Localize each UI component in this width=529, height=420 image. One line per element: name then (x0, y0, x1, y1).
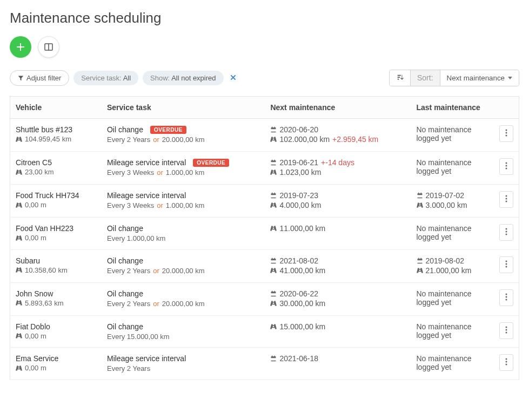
service-task-name: Oil change (107, 224, 143, 233)
next-date: 2020-06-22 (270, 289, 405, 298)
service-task-name: Mileage service interval (107, 354, 186, 363)
next-km: 11.000,00 km (270, 224, 405, 233)
overdue-badge: OVERDUE (150, 126, 186, 134)
last-date: 2019-07-02 (417, 191, 481, 200)
more-icon (505, 195, 507, 202)
road-icon (16, 300, 22, 306)
col-next: Next maintenance (265, 97, 411, 119)
more-icon (505, 260, 507, 268)
row-actions-button[interactable] (499, 158, 513, 175)
svg-point-16 (506, 293, 507, 295)
overdue-badge: OVERDUE (193, 159, 229, 167)
or-separator: or (157, 168, 163, 177)
last-none: No maintenance logged yet (417, 125, 481, 143)
more-icon (505, 162, 507, 170)
vehicle-name: Citroen C5 (16, 158, 96, 167)
svg-point-22 (506, 358, 507, 360)
svg-point-2 (506, 132, 507, 134)
service-interval: Every 15.000,00 km (107, 333, 170, 341)
row-actions-button[interactable] (499, 289, 513, 306)
road-icon (270, 300, 277, 307)
filter-bar: Adjust filter Service task: All Show: Al… (10, 70, 519, 86)
toolbar (10, 36, 519, 58)
svg-point-15 (506, 266, 507, 267)
vehicle-odometer: 104.959,45 km (16, 135, 71, 143)
vehicle-odometer: 0,00 m (16, 201, 46, 209)
table-row: Citroen C523,00 kmMileage service interv… (10, 152, 519, 185)
service-task-name: Oil change (107, 289, 143, 298)
calendar-icon (417, 192, 423, 199)
more-icon (505, 358, 507, 365)
svg-point-6 (506, 168, 507, 170)
col-last: Last maintenance (411, 97, 487, 119)
last-none: No maintenance logged yet (417, 289, 481, 307)
clear-filters-button[interactable] (228, 74, 238, 82)
row-actions-button[interactable] (499, 354, 513, 371)
road-icon (270, 225, 277, 232)
svg-point-14 (506, 263, 507, 265)
svg-point-11 (506, 231, 507, 233)
row-actions-button[interactable] (499, 191, 513, 208)
service-interval: Every 2 Years (107, 364, 150, 372)
row-actions-button[interactable] (499, 256, 513, 273)
vehicle-odometer: 5.893,63 km (16, 299, 64, 307)
row-actions-button[interactable] (499, 224, 513, 241)
calendar-icon (270, 355, 277, 362)
sort-label: Sort: (411, 70, 440, 86)
svg-point-9 (506, 201, 507, 202)
road-icon (270, 169, 277, 175)
table-row: John Snow5.893,63 kmOil changeEvery 2 Ye… (10, 282, 519, 315)
more-icon (505, 326, 507, 334)
chevron-down-icon (508, 77, 512, 79)
table-row: Food Truck HH7340,00 mMileage service in… (10, 185, 519, 218)
svg-point-24 (506, 364, 507, 365)
service-task-name: Oil change (107, 322, 143, 331)
add-button[interactable] (10, 36, 31, 58)
road-icon (417, 267, 423, 274)
road-icon (417, 202, 423, 208)
next-km: 30.000,00 km (270, 299, 405, 308)
svg-point-13 (506, 260, 507, 262)
or-separator: or (153, 136, 159, 144)
next-date: 2019-07-23 (270, 191, 405, 200)
next-km: 41.000,00 km (270, 266, 405, 275)
road-icon (16, 365, 22, 371)
last-date: 2019-08-02 (417, 256, 481, 265)
sort-icon (396, 73, 404, 81)
filter-chip-service-task[interactable]: Service task: All (73, 71, 138, 85)
road-icon (16, 202, 22, 208)
vehicle-name: Shuttle bus #123 (16, 125, 96, 134)
plus-icon (16, 43, 25, 51)
row-actions-button[interactable] (499, 125, 513, 142)
last-km: 21.000,00 km (417, 266, 481, 275)
vehicle-name: Food Truck HH734 (16, 191, 96, 200)
road-icon (270, 267, 277, 274)
row-actions-button[interactable] (499, 322, 513, 339)
vehicle-name: John Snow (16, 289, 96, 298)
service-task-name: Oil change (107, 125, 143, 134)
svg-point-1 (506, 130, 507, 131)
chip-value: All (123, 74, 131, 82)
columns-button[interactable] (38, 36, 59, 58)
calendar-icon (270, 290, 277, 297)
page-title: Maintenance scheduling (10, 10, 519, 26)
close-icon (230, 74, 236, 80)
calendar-icon (270, 192, 277, 199)
road-icon (16, 235, 22, 241)
sort-direction-button[interactable] (390, 70, 411, 86)
service-task-name: Mileage service interval (107, 158, 186, 167)
chip-label: Show: (150, 74, 170, 82)
sort-dropdown[interactable]: Next maintenance (440, 70, 519, 86)
columns-icon (44, 43, 53, 51)
svg-point-23 (506, 361, 507, 363)
filter-chip-show[interactable]: Show: All not expired (143, 71, 223, 85)
next-km-overdue: +2.959,45 km (332, 135, 378, 144)
sort-control: Sort: Next maintenance (389, 70, 519, 86)
adjust-filter-button[interactable]: Adjust filter (10, 70, 69, 86)
table-row: Fiat Doblo0,00 mOil changeEvery 15.000,0… (10, 315, 519, 348)
next-km: 15.000,00 km (270, 322, 405, 331)
svg-point-12 (506, 234, 507, 235)
chip-label: Service task: (81, 74, 121, 82)
last-none: No maintenance logged yet (417, 158, 481, 175)
next-date: 2019-06-21 +-14 days (270, 158, 405, 167)
